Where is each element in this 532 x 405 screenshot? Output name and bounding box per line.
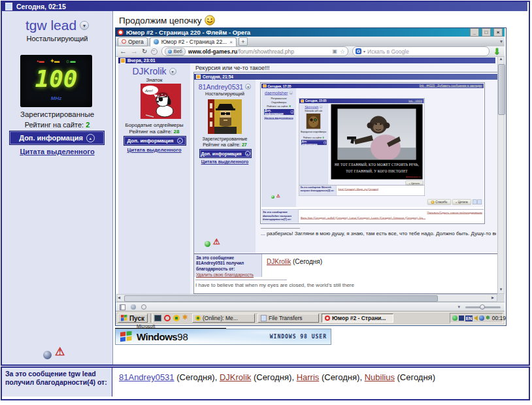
l3-quote-selected-link: Цитата выделенного [261,116,296,120]
user-rating: Рейтинг на сайте: 2 [2,121,112,129]
l2-user-group: Зарегистрированные [194,137,256,141]
file-transfer-icon [261,315,267,321]
vertical-scroll-thumb [498,64,505,115]
zoom-slider-thumb [480,304,485,310]
zoom-slider-track [465,306,501,308]
l1-more-info-button: Доп. информация [124,136,186,146]
l3-username: daemolisher [265,90,288,95]
l4-thanks-label-cell: За это сообщение Skirmish получил благод… [299,186,337,195]
task-opera-icon [325,316,330,321]
l4-user-title: Silenoids will rule [299,110,328,112]
l4-more-info-button: Доп. информация [301,140,327,146]
l1-collapse-icon [177,138,183,144]
l1-username-row: DJKrolik [118,66,190,76]
opera-window-title: Юмор #2 - Страница 220 - Флейм - Opera [126,29,250,36]
thanks-label: За это сообщение tgw lead получил благод… [5,370,108,387]
demotivator-image: НЕ ТОТ ГЛАВНЫЙ, КТО МОЖЕТ СТРОИТЬ РЕЧЬ, … [331,105,423,180]
l1-post-time: Вчера, 23:01 [127,58,156,63]
scroll-left-button [118,295,120,300]
l2-post-time: Сегодня, 21:54 [203,74,233,79]
google-icon: G [356,48,361,54]
win98-userbar-image: Microsoft Windows98 WINDOWS 98 USER [115,329,331,345]
l4-user-rating: Рейтинг на сайте: 6 [299,137,328,139]
thanks-coin-icon [431,201,435,204]
l2-user-avatar [208,99,242,134]
tray-app-icon [459,316,464,321]
user-dropdown-icon[interactable] [80,21,89,30]
scroll-up-button [498,56,504,63]
l2-post-header-bar: Сегодня, 21:54 [194,74,497,80]
l2-post-icon [196,74,201,79]
l2-user-rating: Рейтинг на сайте: 27 [194,142,256,147]
more-info-button[interactable]: Доп. информация [9,131,105,145]
l3-header-links: link · #4329 · Добавить сообщение в закл… [420,84,482,88]
rewind-button [151,48,158,55]
thanks-user-link[interactable]: DJKrolik [220,372,251,382]
quote-selected-link[interactable]: Цитата выделенного [2,148,112,155]
l3-collapse-icon [290,110,293,114]
l4-screenshot-image: Сегодня, 15:05 link · #4324 Skirmish Sil… [299,98,425,196]
minimize-button [470,28,479,37]
l4-username: Skirmish [305,105,318,109]
smiley-icon [205,15,215,25]
opera-menu-button: Opera [118,37,148,46]
thanks-user-link[interactable]: 81Andrey0531 [119,372,175,382]
l3-screenshot-image: Сегодня, 17:35 link · #4329 · Добавить с… [260,82,485,224]
l1-user-rating: Рейтинг на сайте: 28 [118,129,190,135]
l2-more-info-button: Доп. информация [199,149,252,158]
system-tray: EN ✽ 00:19 [450,313,503,323]
l1-user-title: Знаток [118,77,190,83]
demotivator-caption-1: НЕ ТОТ ГЛАВНЫЙ, КТО МОЖЕТ СТРОИТЬ РЕЧЬ, [331,163,423,167]
post-icon [5,3,12,10]
quicklaunch-monitor-icon [154,315,161,321]
l4-username-row: Skirmish [299,105,328,110]
reload-button [142,48,147,55]
report-post-icon[interactable] [55,346,65,357]
task-button-icq: (Online): Me... [192,314,255,323]
post-title: Продолжим цепочку [119,16,201,25]
tray-clock: 00:19 [492,315,506,321]
l3-thanks-button: Спасибо [427,199,451,205]
bookmark-star-icon [340,48,345,55]
l2-username-row: 81Andrey0531 [194,82,256,91]
l3-post-icon [263,84,267,88]
thanks-user-link[interactable]: Nubilius [365,372,395,382]
l3-user-rating: Рейтинг на сайте: 8 [261,105,296,108]
l2-signature: I have to believe that when my eyes are … [195,282,483,288]
l4-user-dropdown-icon [320,106,323,109]
l1-post-icon [120,58,125,63]
l2-remove-thanks-link: Удалить свою благодарность [196,272,259,277]
l2-signature-divider [195,280,287,280]
l3-thanks-users: Bato-Gan (Сегодня), aufkill (Сегодня), L… [301,216,482,219]
post-header-bar: Сегодня, 02:15 [2,2,527,11]
scroll-corner [497,294,505,302]
search-field: G Искать в Google [352,46,490,56]
horizontal-scroll-thumb [124,295,438,302]
tray-opera-icon [479,316,484,321]
post-time: Сегодня, 02:15 [16,3,66,10]
banner-98: 98 [177,331,188,342]
l2-quote-selected-link: Цитата выделенного [194,159,256,164]
taskbar-divider [150,314,153,323]
chimp-with-pistol-photo [338,109,416,160]
thanks-user-link[interactable]: Harris [297,372,320,382]
l3-multiquote-icon [473,200,477,205]
l2-user-dropdown-icon [245,84,251,89]
opera-tab: Юмор #2 - Страница 22... [150,37,237,46]
rating-value: 2 [86,121,90,129]
opera-addressbar: Веб www.old-games.ru/forum/showthread.ph… [116,46,505,57]
l3-quote-button: Цитата [452,199,471,205]
tray-sync-icon [452,316,457,321]
l4-post-time: Сегодня, 15:05 [305,99,326,103]
opera-tabbar: Opera Юмор #2 - Страница 22... [116,37,505,46]
thanks-users-row: 81Andrey0531 (Сегодня), DJKrolik (Сегодн… [119,372,524,382]
l4-quote-icon [409,182,410,184]
demotivator-caption-2: ТОТ ГЛАВНЫЙ, У КОГО ПИСТОЛЕТ [331,170,423,174]
scroll-right-button [491,295,494,300]
banner-windows: Windows [137,331,177,342]
l4-collapse-icon [324,141,326,144]
zoom-dropdown-icon [457,304,460,310]
l3-quote-icon [456,201,457,203]
l3-online-status-icon [271,195,274,199]
l2-username: 81Andrey0531 [199,83,243,91]
